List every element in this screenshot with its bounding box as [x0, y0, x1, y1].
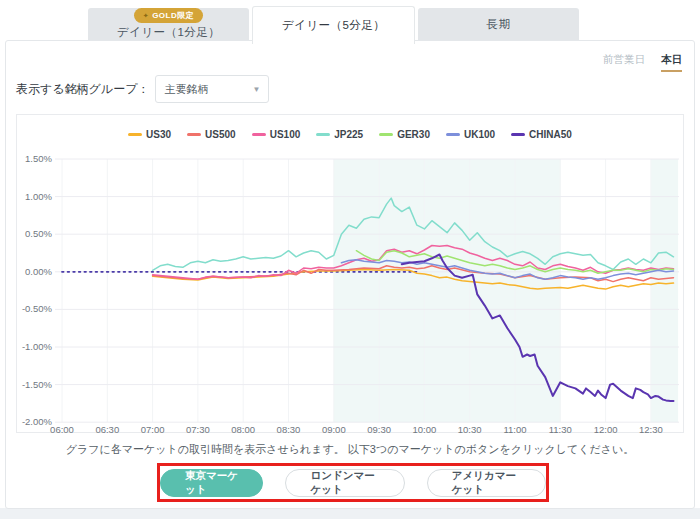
symbol-group-value: 主要銘柄 — [164, 82, 208, 97]
chart-card: 前営業日 本日 表示する銘柄グループ： 主要銘柄 ▼ US30US500US10… — [5, 40, 695, 509]
gold-plan-badge: ✦ GOLD限定 — [134, 8, 203, 23]
toggle-today[interactable]: 本日 — [661, 53, 682, 72]
x-axis-tick-label: 12:00 — [594, 424, 618, 435]
page-background-strip — [0, 508, 700, 519]
legend-marker-icon — [511, 133, 525, 136]
legend-label: CHINA50 — [529, 129, 572, 140]
annotation-highlight-box: 東京マーケット ロンドンマーケット アメリカマーケット — [157, 463, 549, 502]
tab-label: 長期 — [487, 17, 511, 32]
symbol-group-filter: 表示する銘柄グループ： 主要銘柄 ▼ — [16, 75, 269, 103]
legend-item-us500[interactable]: US500 — [187, 129, 236, 140]
y-axis-tick-label: 1.00% — [25, 191, 52, 202]
legend-item-jp225[interactable]: JP225 — [316, 129, 363, 140]
legend-label: US500 — [205, 129, 236, 140]
symbol-group-label: 表示する銘柄グループ： — [16, 81, 149, 98]
y-axis-tick-label: -1.50% — [22, 379, 53, 390]
y-axis-tick-label: 0.50% — [25, 228, 52, 239]
toggle-previous-business-day[interactable]: 前営業日 — [603, 53, 645, 67]
y-axis-tick-label: -2.00% — [22, 416, 53, 427]
x-axis-tick-label: 08:00 — [231, 424, 255, 435]
day-toggle: 前営業日 本日 — [603, 53, 682, 72]
x-axis-tick-label: 08:30 — [277, 424, 301, 435]
x-axis-tick-label: 09:00 — [322, 424, 346, 435]
tab-label: デイリー（1分足） — [117, 25, 221, 40]
legend-label: GER30 — [397, 129, 430, 140]
legend-marker-icon — [252, 133, 266, 136]
session-band — [651, 159, 678, 422]
legend-marker-icon — [446, 133, 460, 136]
y-axis-tick-label: -0.50% — [22, 303, 53, 314]
legend-marker-icon — [379, 133, 393, 136]
legend-item-us100[interactable]: US100 — [252, 129, 301, 140]
instruction-note: グラフに各マーケットの取引時間を表示させられます。 以下3つのマーケットのボタン… — [6, 442, 694, 457]
gold-badge-label: GOLD限定 — [152, 10, 194, 21]
legend-item-us30[interactable]: US30 — [128, 129, 171, 140]
x-axis-tick-label: 09:30 — [367, 424, 391, 435]
legend-marker-icon — [316, 133, 330, 136]
market-comparison-page: ✦ GOLD限定 デイリー（1分足） デイリー（5分足） 長期 前営業日 本日 … — [0, 0, 700, 519]
tab-long-term[interactable]: 長期 — [418, 8, 579, 40]
x-axis-tick-label: 06:00 — [50, 424, 74, 435]
x-axis-tick-label: 12:30 — [639, 424, 663, 435]
america-market-button[interactable]: アメリカマーケット — [427, 469, 546, 497]
symbol-group-select[interactable]: 主要銘柄 ▼ — [155, 75, 269, 103]
london-market-button[interactable]: ロンドンマーケット — [285, 469, 404, 497]
tokyo-market-button[interactable]: 東京マーケット — [160, 469, 263, 497]
gold-icon: ✦ — [143, 12, 149, 20]
x-axis-tick-label: 11:00 — [503, 424, 526, 435]
legend-label: UK100 — [464, 129, 495, 140]
x-axis-tick-label: 10:00 — [413, 424, 437, 435]
session-band — [334, 159, 561, 422]
legend-marker-icon — [187, 133, 201, 136]
chart-legend: US30US500US100JP225GER30UK100CHINA50 — [17, 115, 683, 147]
legend-item-china50[interactable]: CHINA50 — [511, 129, 572, 140]
tab-label: デイリー（5分足） — [282, 18, 386, 33]
legend-label: US30 — [146, 129, 171, 140]
y-axis-tick-label: -1.00% — [22, 341, 53, 352]
y-axis-tick-label: 0.00% — [25, 266, 52, 277]
x-axis-tick-label: 07:00 — [141, 424, 165, 435]
legend-label: US100 — [270, 129, 301, 140]
line-chart[interactable]: 1.50%1.00%0.50%0.00%-0.50%-1.00%-1.50%-2… — [17, 147, 683, 437]
timeframe-tabs: ✦ GOLD限定 デイリー（1分足） デイリー（5分足） 長期 — [88, 6, 582, 44]
legend-item-ger30[interactable]: GER30 — [379, 129, 430, 140]
legend-label: JP225 — [334, 129, 363, 140]
y-axis-tick-label: 1.50% — [25, 153, 52, 164]
legend-item-uk100[interactable]: UK100 — [446, 129, 495, 140]
x-axis-tick-label: 06:30 — [95, 424, 119, 435]
chart-container: US30US500US100JP225GER30UK100CHINA50 1.5… — [16, 114, 684, 433]
legend-marker-icon — [128, 133, 142, 136]
chevron-down-icon: ▼ — [252, 85, 260, 94]
x-axis-tick-label: 11:30 — [549, 424, 572, 435]
tab-daily-1min[interactable]: ✦ GOLD限定 デイリー（1分足） — [88, 8, 249, 40]
x-axis-tick-label: 07:30 — [186, 424, 210, 435]
x-axis-tick-label: 10:30 — [458, 424, 482, 435]
tab-daily-5min[interactable]: デイリー（5分足） — [252, 6, 415, 44]
